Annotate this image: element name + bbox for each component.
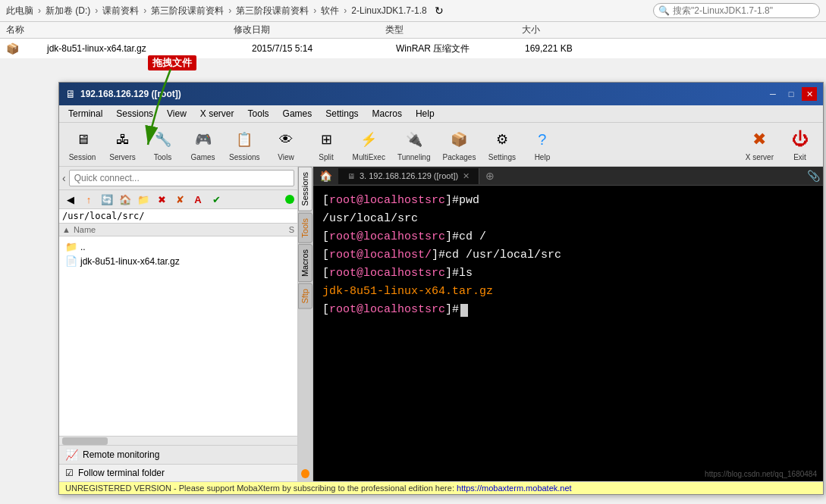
sftp-delete-btn[interactable]: ✖ [153,192,170,207]
vtab-macros[interactable]: Macros [298,244,312,282]
sftp-cancel-btn[interactable]: ✘ [171,192,188,207]
warning-indicator [301,469,309,478]
terminal-cmd-cd-src: cd /usr/local/src [445,246,561,265]
sftp-home-btn[interactable]: 🏠 [117,192,133,207]
toolbar-multiexec[interactable]: ⚡ MultiExec [350,126,388,163]
csdn-link[interactable]: https://blog.csdn.net/qq_1680484 [705,470,817,478]
sftp-a-btn[interactable]: A [190,192,206,207]
sftp-refresh-btn[interactable]: 🔄 [99,192,115,207]
menu-help[interactable]: Help [410,107,441,121]
split-label: Split [319,153,333,161]
toolbar-help[interactable]: ? Help [525,126,559,163]
toolbar-tools[interactable]: 🔧 Tools [146,126,180,163]
toolbar-settings[interactable]: ⚙ Settings [485,126,519,163]
search-input[interactable] [673,5,815,16]
toolbar-tunneling[interactable]: 🔌 Tunneling [394,126,434,163]
vtab-tools[interactable]: Tools [298,213,312,243]
breadcrumb-2[interactable]: 课前资料 [102,5,139,17]
col-date: 修改日期 [234,23,355,36]
status-link[interactable]: https://mobaxterm.mobatek.net [457,484,572,493]
breadcrumb-5[interactable]: 软件 [321,5,339,17]
collapse-button[interactable]: ‹ [62,172,66,184]
menu-sessions[interactable]: Sessions [110,107,159,121]
tools-label: Tools [154,153,171,161]
quick-connect-input[interactable] [69,170,294,186]
sftp-newfolder-btn[interactable]: 📁 [135,192,152,207]
size-col-header: S [289,225,294,234]
breadcrumb-home[interactable]: 此电脑 [6,5,33,17]
breadcrumb-6[interactable]: 2-LinuxJDK1.7-1.8 [351,5,426,16]
menu-games[interactable]: Games [277,107,319,121]
terminal-tab-1[interactable]: 🖥 3. 192.168.126.129 ([root]) ✕ [338,168,479,184]
title-bar-buttons: ─ □ ✕ [765,87,817,101]
menu-settings[interactable]: Settings [319,107,364,121]
terminal-line-4: [root@localhost /]# cd /usr/local/src [322,246,814,265]
file-size: 169,221 KB [525,43,573,54]
xserver-icon: ✖ [747,127,771,152]
maximize-button[interactable]: □ [784,87,799,101]
sftp-up-btn[interactable]: ↑ [80,192,97,207]
multiexec-label: MultiExec [353,153,385,161]
terminal-home-btn[interactable]: 🏠 [313,167,338,185]
breadcrumb-4[interactable]: 第三阶段课前资料 [236,5,309,17]
games-icon: 🎮 [191,127,215,152]
remote-monitoring-btn[interactable]: 📈 Remote monitoring [59,446,297,465]
toolbar-exit[interactable]: ⏻ Exit [783,126,817,163]
menu-macros[interactable]: Macros [366,107,408,121]
content-area: ‹ ◀ ↑ 🔄 🏠 📁 ✖ ✘ A ✔ [59,167,823,481]
toolbar: 🖥 Session 🖧 Servers 🔧 Tools 🎮 Games 📋 Se… [59,123,823,167]
terminal-cmd-cd-root: cd / [459,228,486,246]
path-bar [59,209,297,224]
search-box[interactable]: 🔍 [653,3,820,18]
sftp-1-btn[interactable]: ✔ [208,192,225,207]
exit-icon: ⏻ [788,127,812,152]
h-scrollbar[interactable] [59,436,297,445]
toolbar-split[interactable]: ⊞ Split [309,126,344,163]
toolbar-servers[interactable]: 🖧 Servers [105,126,140,163]
packages-icon: 📦 [447,127,471,152]
vtab-sftp[interactable]: Sftp [298,283,312,309]
breadcrumb-3[interactable]: 第三阶段课前资料 [151,5,224,17]
terminal-cmd-ls: ls [459,265,473,283]
breadcrumb-1[interactable]: 新加卷 (D:) [46,5,90,17]
terminal-area: 🏠 🖥 3. 192.168.126.129 ([root]) ✕ ⊕ 📎 [r… [313,167,823,481]
follow-folder-btn[interactable]: ☑ Follow terminal folder [59,465,297,481]
vtab-sessions[interactable]: Sessions [298,167,312,211]
tunneling-label: Tunneling [397,153,431,161]
menu-xserver[interactable]: X server [194,107,240,121]
close-button[interactable]: ✕ [802,87,817,101]
toolbar-sessions[interactable]: 📋 Sessions [226,126,263,163]
terminal-cmd-pwd: pwd [459,192,479,210]
terminal-tab-label: 3. 192.168.126.129 ([root]) [360,171,458,180]
toolbar-xserver[interactable]: ✖ X server [743,126,777,163]
path-input[interactable] [62,211,294,221]
terminal-tab-add[interactable]: ⊕ [479,167,501,185]
terminal-tab-close[interactable]: ✕ [463,171,470,181]
file-item-jdk[interactable]: 📄 jdk-8u51-linux-x64.tar.gz [62,254,294,268]
col-type: 类型 [385,23,492,36]
h-scrollbar-thumb[interactable] [62,437,108,445]
multiexec-icon: ⚡ [356,127,381,152]
refresh-button[interactable]: ↻ [435,5,444,17]
parent-dir-icon: 📁 [65,241,77,252]
left-bottom: 📈 Remote monitoring ☑ Follow terminal fo… [59,445,297,481]
status-bar: UNREGISTERED VERSION - Please support Mo… [59,481,823,494]
servers-label: Servers [109,153,135,161]
terminal-content[interactable]: [root@localhost src]# pwd /usr/local/src… [313,186,823,481]
sftp-back-btn[interactable]: ◀ [62,192,79,207]
terminal-bottom-link[interactable]: https://blog.csdn.net/qq_1680484 [705,468,817,479]
terminal-line-3: [root@localhost src]# cd / [322,228,814,246]
terminal-attach-btn[interactable]: 📎 [804,167,823,185]
toolbar-view[interactable]: 👁 View [269,126,303,163]
toolbar-games[interactable]: 🎮 Games [186,126,220,163]
file-parent-dir[interactable]: 📁 .. [62,239,294,254]
menu-tools[interactable]: Tools [242,107,275,121]
tools-icon: 🔧 [151,127,175,152]
menu-terminal[interactable]: Terminal [62,107,108,121]
minimize-button[interactable]: ─ [765,87,780,101]
toolbar-packages[interactable]: 📦 Packages [440,126,479,163]
menu-view[interactable]: View [161,107,193,121]
toolbar-session[interactable]: 🖥 Session [65,126,99,163]
status-text: UNREGISTERED VERSION - Please support Mo… [65,484,454,493]
file-row[interactable]: 📦 jdk-8u51-linux-x64.tar.gz 2015/7/15 5:… [0,39,826,59]
